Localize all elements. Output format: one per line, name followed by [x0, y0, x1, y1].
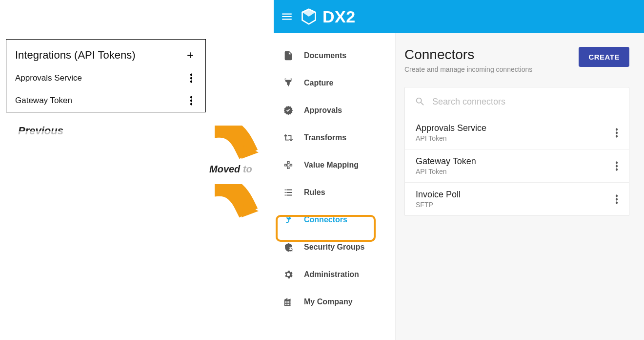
connectors-card: Approvals ServiceAPI TokenGateway TokenA… [404, 87, 629, 216]
add-icon[interactable]: + [187, 48, 194, 62]
integrations-box: Integrations (API Tokens) + Approvals Se… [6, 39, 206, 112]
admin-icon [282, 269, 294, 280]
sidebar-item-label: Capture [304, 79, 333, 87]
more-icon[interactable] [615, 161, 618, 171]
sidebar-item-label: Administration [304, 270, 359, 279]
connector-row[interactable]: Invoice PollSFTP [405, 183, 629, 215]
sidebar-item-approvals[interactable]: Approvals [274, 97, 395, 124]
main-content: Connectors Create and manage incoming co… [396, 33, 644, 340]
company-icon [282, 296, 294, 308]
app-body: DocumentsCaptureApprovalsTransformsValue… [274, 33, 644, 340]
search-row [405, 87, 629, 116]
connector-name: Invoice Poll [416, 190, 461, 200]
connector-row[interactable]: Approvals ServiceAPI Token [405, 116, 629, 149]
sidebar-item-transforms[interactable]: Transforms [274, 124, 395, 151]
sidebar-item-my-company[interactable]: My Company [274, 288, 395, 316]
sidebar-item-label: Connectors [304, 215, 347, 224]
page-title: Connectors [404, 47, 532, 63]
sidebar-item-label: My Company [304, 298, 353, 306]
mapping-icon [282, 159, 294, 171]
sidebar-item-label: Rules [304, 188, 325, 197]
sidebar-item-security-groups[interactable]: Security Groups [274, 234, 395, 261]
integrations-header: Integrations (API Tokens) + [6, 40, 205, 67]
integration-row-label: Approvals Service [15, 73, 82, 83]
sidebar-item-connectors[interactable]: Connectors [274, 206, 395, 234]
capture-icon [282, 77, 294, 89]
sidebar-item-label: Approvals [304, 106, 342, 115]
arrow-icon [215, 126, 259, 160]
sidebar-item-label: Transforms [304, 133, 346, 142]
more-icon[interactable] [615, 194, 618, 205]
create-button[interactable]: CREATE [579, 47, 629, 67]
previous-panel: Integrations (API Tokens) + Approvals Se… [6, 39, 206, 137]
integration-row[interactable]: Approvals Service [6, 67, 205, 89]
integration-row[interactable]: Gateway Token [6, 89, 205, 112]
integrations-title: Integrations (API Tokens) [15, 49, 136, 62]
sidebar-item-capture[interactable]: Capture [274, 69, 395, 97]
sidebar-item-label: Value Mapping [304, 161, 359, 170]
sidebar-item-value-mapping[interactable]: Value Mapping [274, 151, 395, 179]
security-icon [282, 241, 294, 253]
sidebar: DocumentsCaptureApprovalsTransformsValue… [274, 33, 396, 340]
sidebar-item-label: Documents [304, 51, 346, 60]
sidebar-item-documents[interactable]: Documents [274, 42, 395, 69]
transforms-icon [282, 132, 294, 144]
previous-caption: Previous [18, 125, 206, 137]
arrow-icon [215, 184, 259, 218]
more-icon[interactable] [190, 95, 193, 106]
connectors-icon [282, 214, 294, 226]
integration-row-label: Gateway Token [15, 96, 72, 106]
connector-type: SFTP [416, 201, 461, 209]
brand-logo-icon [300, 8, 318, 25]
connector-type: API Token [416, 168, 476, 175]
brand: DX2 [300, 7, 356, 26]
connector-row[interactable]: Gateway TokenAPI Token [405, 149, 629, 183]
topbar: DX2 [274, 0, 644, 33]
page-subtitle: Create and manage incoming connections [404, 65, 532, 73]
more-icon[interactable] [190, 73, 193, 84]
more-icon[interactable] [615, 128, 618, 138]
main-header: Connectors Create and manage incoming co… [404, 47, 629, 73]
connector-type: API Token [416, 134, 486, 142]
connector-name: Approvals Service [416, 123, 486, 133]
rules-icon [282, 187, 294, 198]
search-icon [415, 96, 425, 107]
approvals-icon [282, 105, 294, 116]
app-window: DX2 DocumentsCaptureApprovalsTransformsV… [274, 0, 644, 340]
sidebar-item-label: Security Groups [304, 243, 364, 252]
brand-text: DX2 [322, 7, 356, 26]
moved-to-caption: Moved to [209, 164, 252, 175]
sidebar-item-administration[interactable]: Administration [274, 261, 395, 288]
doc-icon [282, 50, 294, 62]
sidebar-item-rules[interactable]: Rules [274, 179, 395, 206]
search-input[interactable] [432, 97, 619, 107]
menu-icon[interactable] [281, 10, 293, 23]
connector-name: Gateway Token [416, 156, 476, 167]
